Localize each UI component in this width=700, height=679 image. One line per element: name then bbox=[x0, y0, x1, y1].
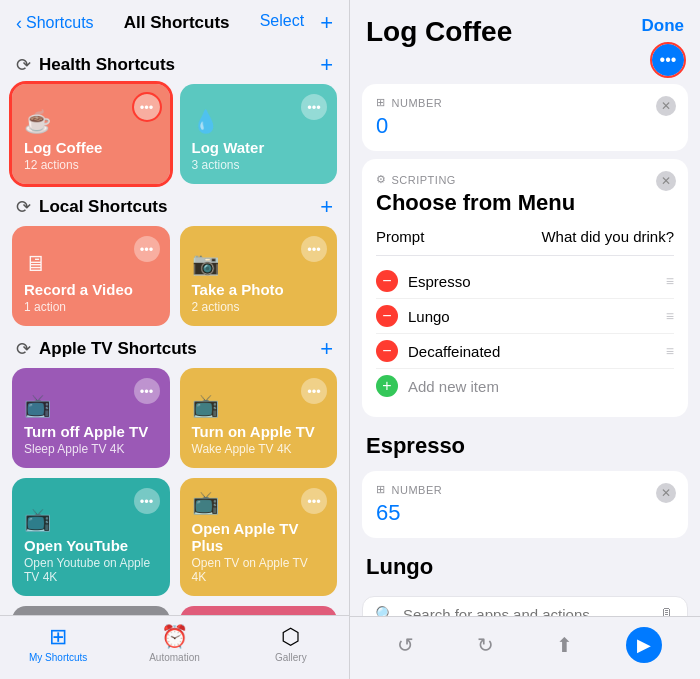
automation-label: Automation bbox=[149, 652, 200, 663]
log-coffee-menu-button[interactable]: ••• bbox=[134, 94, 160, 120]
mic-icon[interactable]: 🎙 bbox=[659, 606, 675, 617]
number-dismiss-button[interactable]: ✕ bbox=[656, 96, 676, 116]
remove-lungo-button[interactable]: − bbox=[376, 305, 398, 327]
log-water-count: 3 actions bbox=[192, 158, 326, 172]
tab-bar: ⊞ My Shortcuts ⏰ Automation ⬡ Gallery bbox=[0, 615, 349, 679]
remove-espresso-button[interactable]: − bbox=[376, 270, 398, 292]
undo-button[interactable]: ↺ bbox=[388, 627, 424, 663]
espresso-number-label: ⊞ NUMBER bbox=[376, 483, 674, 496]
bottom-toolbar: ↺ ↻ ⬆ ▶ bbox=[350, 616, 700, 679]
turn-off-tv-count: Sleep Apple TV 4K bbox=[24, 442, 158, 456]
record-video-name: Record a Video bbox=[24, 281, 158, 298]
menu-item-decaffeinated: − Decaffeinated ≡ bbox=[376, 334, 674, 369]
open-youtube-card[interactable]: 📺 Open YouTube Open Youtube on Apple TV … bbox=[12, 478, 170, 596]
back-button[interactable]: ‹ Shortcuts bbox=[16, 13, 94, 34]
health-add-button[interactable]: + bbox=[320, 54, 333, 76]
select-button[interactable]: Select bbox=[260, 12, 304, 34]
scripting-dismiss-button[interactable]: ✕ bbox=[656, 171, 676, 191]
open-appletv-plus-name: Open Apple TV Plus bbox=[192, 520, 326, 554]
open-apple-music-card[interactable]: 📺 Open Apple Music Open Music on Apple T… bbox=[12, 606, 170, 615]
add-menu-item-button[interactable]: + bbox=[376, 375, 398, 397]
top-nav: ‹ Shortcuts All Shortcuts Select + bbox=[0, 0, 349, 42]
search-icon: 🔍 bbox=[375, 605, 395, 616]
turn-off-tv-menu-button[interactable]: ••• bbox=[134, 378, 160, 404]
lungo-drag-handle[interactable]: ≡ bbox=[666, 308, 674, 324]
search-input[interactable] bbox=[403, 606, 651, 616]
search-bar[interactable]: 🔍 🎙 bbox=[362, 596, 688, 616]
number-value[interactable]: 0 bbox=[376, 113, 388, 138]
number-grid-icon: ⊞ bbox=[376, 96, 386, 109]
more-options-button[interactable]: ••• bbox=[652, 44, 684, 76]
run-button[interactable]: ▶ bbox=[626, 627, 662, 663]
chevron-left-icon: ‹ bbox=[16, 13, 22, 34]
take-photo-count: 2 actions bbox=[192, 300, 326, 314]
espresso-number-grid-icon: ⊞ bbox=[376, 483, 386, 496]
tab-automation[interactable]: ⏰ Automation bbox=[116, 624, 232, 663]
scripting-badge: ⚙ SCRIPTING bbox=[376, 173, 674, 186]
espresso-number-value[interactable]: 65 bbox=[376, 500, 400, 525]
record-video-card[interactable]: 🖥 Record a Video 1 action ••• bbox=[12, 226, 170, 326]
share-button[interactable]: ⬆ bbox=[547, 627, 583, 663]
log-water-menu-button[interactable]: ••• bbox=[301, 94, 327, 120]
record-video-menu-button[interactable]: ••• bbox=[134, 236, 160, 262]
done-button[interactable]: Done bbox=[642, 16, 685, 36]
tab-gallery[interactable]: ⬡ Gallery bbox=[233, 624, 349, 663]
tab-my-shortcuts[interactable]: ⊞ My Shortcuts bbox=[0, 624, 116, 663]
open-appletv-plus-menu-button[interactable]: ••• bbox=[301, 488, 327, 514]
my-shortcuts-icon: ⊞ bbox=[49, 624, 67, 650]
remove-decaffeinated-button[interactable]: − bbox=[376, 340, 398, 362]
appletv-shortcuts-grid: 📺 Turn off Apple TV Sleep Apple TV 4K ••… bbox=[12, 368, 337, 615]
espresso-label: Espresso bbox=[408, 273, 656, 290]
right-content: ⊞ NUMBER 0 ✕ ⚙ SCRIPTING Choose from Men… bbox=[350, 84, 700, 616]
espresso-number-dismiss-button[interactable]: ✕ bbox=[656, 483, 676, 503]
prompt-row: Prompt What did you drink? bbox=[376, 228, 674, 245]
health-shortcuts-grid: ☕ Log Coffee 12 actions ••• 💧 Log Water … bbox=[12, 84, 337, 184]
turn-on-tv-card[interactable]: 📺 Turn on Apple TV Wake Apple TV 4K ••• bbox=[180, 368, 338, 468]
local-section-title: Local Shortcuts bbox=[39, 197, 167, 217]
log-water-name: Log Water bbox=[192, 139, 326, 156]
health-section-title: Health Shortcuts bbox=[39, 55, 175, 75]
decaffeinated-label: Decaffeinated bbox=[408, 343, 656, 360]
local-shortcuts-grid: 🖥 Record a Video 1 action ••• 📷 Take a P… bbox=[12, 226, 337, 326]
shortcuts-list: ⟳ Health Shortcuts + ☕ Log Coffee 12 act… bbox=[0, 42, 349, 615]
decaffeinated-drag-handle[interactable]: ≡ bbox=[666, 343, 674, 359]
espresso-number-card: ⊞ NUMBER 65 ✕ bbox=[362, 471, 688, 538]
open-appletv-plus-count: Open TV on Apple TV 4K bbox=[192, 556, 326, 584]
scripting-action-card: ⚙ SCRIPTING Choose from Menu ✕ Prompt Wh… bbox=[362, 159, 688, 417]
lungo-section-label: Lungo bbox=[366, 554, 433, 579]
open-youtube-menu-button[interactable]: ••• bbox=[134, 488, 160, 514]
open-hbo-card[interactable]: 📺 Open HBO GO Open HBO GO on Apple ••• bbox=[180, 606, 338, 615]
number-label: ⊞ NUMBER bbox=[376, 96, 674, 109]
health-section-icon: ⟳ bbox=[16, 54, 31, 76]
add-shortcut-button[interactable]: + bbox=[320, 12, 333, 34]
local-section-icon: ⟳ bbox=[16, 196, 31, 218]
espresso-drag-handle[interactable]: ≡ bbox=[666, 273, 674, 289]
appletv-section-header: ⟳ Apple TV Shortcuts + bbox=[12, 326, 337, 368]
local-add-button[interactable]: + bbox=[320, 196, 333, 218]
left-panel: ‹ Shortcuts All Shortcuts Select + ⟳ Hea… bbox=[0, 0, 350, 679]
add-menu-item-row: + Add new item bbox=[376, 369, 674, 403]
right-panel: Log Coffee Done ••• ⊞ NUMBER 0 ✕ ⚙ SCRIP… bbox=[350, 0, 700, 679]
number-action-card: ⊞ NUMBER 0 ✕ bbox=[362, 84, 688, 151]
log-coffee-card[interactable]: ☕ Log Coffee 12 actions ••• bbox=[12, 84, 170, 184]
gallery-icon: ⬡ bbox=[281, 624, 300, 650]
add-item-label: Add new item bbox=[408, 378, 499, 395]
prompt-value[interactable]: What did you drink? bbox=[541, 228, 674, 245]
take-photo-card[interactable]: 📷 Take a Photo 2 actions ••• bbox=[180, 226, 338, 326]
record-video-count: 1 action bbox=[24, 300, 158, 314]
turn-on-tv-menu-button[interactable]: ••• bbox=[301, 378, 327, 404]
menu-item-lungo: − Lungo ≡ bbox=[376, 299, 674, 334]
shortcut-detail-title: Log Coffee bbox=[366, 16, 512, 48]
turn-off-tv-card[interactable]: 📺 Turn off Apple TV Sleep Apple TV 4K ••… bbox=[12, 368, 170, 468]
back-label: Shortcuts bbox=[26, 14, 94, 32]
redo-button[interactable]: ↻ bbox=[467, 627, 503, 663]
open-youtube-icon: 📺 bbox=[24, 507, 158, 533]
take-photo-name: Take a Photo bbox=[192, 281, 326, 298]
open-appletv-plus-card[interactable]: 📺 Open Apple TV Plus Open TV on Apple TV… bbox=[180, 478, 338, 596]
appletv-add-button[interactable]: + bbox=[320, 338, 333, 360]
health-section-header: ⟳ Health Shortcuts + bbox=[12, 42, 337, 84]
turn-on-tv-count: Wake Apple TV 4K bbox=[192, 442, 326, 456]
automation-icon: ⏰ bbox=[161, 624, 188, 650]
take-photo-menu-button[interactable]: ••• bbox=[301, 236, 327, 262]
log-water-card[interactable]: 💧 Log Water 3 actions ••• bbox=[180, 84, 338, 184]
